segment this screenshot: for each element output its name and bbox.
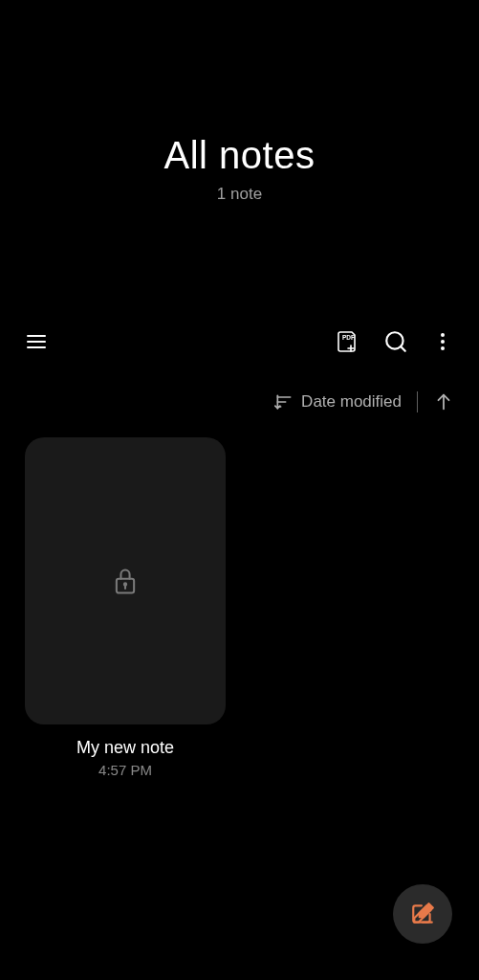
sort-divider (417, 391, 418, 412)
note-title: My new note (76, 738, 174, 758)
sort-direction-button[interactable] (433, 391, 454, 412)
page-title: All notes (0, 134, 479, 177)
svg-point-8 (441, 333, 445, 337)
svg-point-10 (441, 346, 445, 350)
toolbar-right: PDF (336, 329, 454, 354)
new-note-fab[interactable] (393, 884, 452, 944)
toolbar-left (25, 330, 48, 353)
menu-button[interactable] (25, 330, 48, 353)
svg-line-7 (401, 346, 405, 351)
notes-grid: My new note 4:57 PM (0, 412, 479, 803)
sort-button[interactable]: Date modified (274, 392, 402, 412)
lock-icon (112, 566, 139, 596)
more-vertical-icon (431, 330, 454, 353)
note-card[interactable] (25, 437, 226, 724)
note-item: My new note 4:57 PM (25, 437, 226, 778)
more-options-button[interactable] (431, 330, 454, 353)
hamburger-icon (25, 330, 48, 353)
toolbar: PDF (0, 319, 479, 365)
sort-label: Date modified (301, 392, 402, 412)
note-time: 4:57 PM (98, 762, 152, 778)
sort-bar: Date modified (0, 391, 479, 412)
search-button[interactable] (383, 329, 408, 354)
compose-icon (410, 902, 435, 926)
svg-point-9 (441, 340, 445, 344)
arrow-up-icon (433, 391, 454, 412)
page-subtitle: 1 note (0, 185, 479, 204)
pdf-export-button[interactable]: PDF (336, 329, 360, 354)
pdf-icon: PDF (336, 329, 360, 354)
sort-icon (274, 392, 294, 412)
header-area: All notes 1 note (0, 0, 479, 204)
search-icon (383, 329, 408, 354)
svg-text:PDF: PDF (342, 334, 355, 341)
